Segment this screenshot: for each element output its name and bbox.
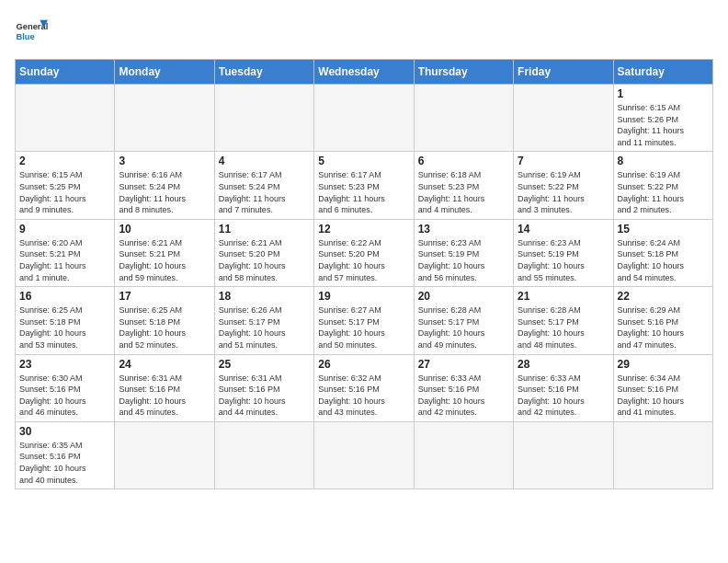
day-info: Sunrise: 6:21 AM Sunset: 5:20 PM Dayligh…	[219, 237, 310, 283]
day-number: 1	[618, 87, 709, 100]
day-number: 18	[219, 290, 310, 303]
calendar-cell	[115, 85, 214, 152]
day-info: Sunrise: 6:25 AM Sunset: 5:18 PM Dayligh…	[19, 304, 110, 350]
page-header: General Blue	[15, 15, 713, 48]
day-info: Sunrise: 6:22 AM Sunset: 5:20 PM Dayligh…	[318, 237, 409, 283]
day-header-wednesday: Wednesday	[314, 60, 414, 85]
calendar-cell: 14Sunrise: 6:23 AM Sunset: 5:19 PM Dayli…	[514, 219, 613, 286]
calendar-week-1: 1Sunrise: 6:15 AM Sunset: 5:26 PM Daylig…	[16, 85, 713, 152]
day-info: Sunrise: 6:28 AM Sunset: 5:17 PM Dayligh…	[518, 304, 609, 350]
day-number: 23	[19, 358, 110, 371]
day-info: Sunrise: 6:27 AM Sunset: 5:17 PM Dayligh…	[318, 304, 409, 350]
day-number: 3	[119, 155, 210, 167]
calendar-cell: 23Sunrise: 6:30 AM Sunset: 5:16 PM Dayli…	[16, 354, 115, 421]
calendar-cell	[514, 421, 613, 488]
calendar-cell: 17Sunrise: 6:25 AM Sunset: 5:18 PM Dayli…	[115, 287, 214, 354]
calendar-cell	[514, 85, 613, 152]
calendar-cell: 26Sunrise: 6:32 AM Sunset: 5:16 PM Dayli…	[314, 354, 414, 421]
calendar-week-5: 23Sunrise: 6:30 AM Sunset: 5:16 PM Dayli…	[16, 354, 713, 421]
calendar-cell: 15Sunrise: 6:24 AM Sunset: 5:18 PM Dayli…	[613, 219, 712, 286]
day-info: Sunrise: 6:23 AM Sunset: 5:19 PM Dayligh…	[418, 237, 509, 283]
calendar-cell	[314, 85, 414, 152]
calendar-cell: 3Sunrise: 6:16 AM Sunset: 5:24 PM Daylig…	[115, 152, 214, 219]
calendar-cell	[214, 85, 313, 152]
calendar-cell: 11Sunrise: 6:21 AM Sunset: 5:20 PM Dayli…	[214, 219, 313, 286]
calendar-cell: 12Sunrise: 6:22 AM Sunset: 5:20 PM Dayli…	[314, 219, 414, 286]
day-info: Sunrise: 6:15 AM Sunset: 5:25 PM Dayligh…	[19, 169, 110, 215]
calendar-cell: 22Sunrise: 6:29 AM Sunset: 5:16 PM Dayli…	[613, 287, 712, 354]
day-info: Sunrise: 6:15 AM Sunset: 5:26 PM Dayligh…	[618, 102, 709, 148]
day-info: Sunrise: 6:33 AM Sunset: 5:16 PM Dayligh…	[418, 373, 509, 419]
day-number: 5	[318, 155, 409, 167]
day-info: Sunrise: 6:19 AM Sunset: 5:22 PM Dayligh…	[618, 169, 709, 215]
day-info: Sunrise: 6:30 AM Sunset: 5:16 PM Dayligh…	[19, 373, 110, 419]
calendar-cell: 24Sunrise: 6:31 AM Sunset: 5:16 PM Dayli…	[115, 354, 214, 421]
calendar-cell: 5Sunrise: 6:17 AM Sunset: 5:23 PM Daylig…	[314, 152, 414, 219]
calendar-week-2: 2Sunrise: 6:15 AM Sunset: 5:25 PM Daylig…	[16, 152, 713, 219]
day-info: Sunrise: 6:21 AM Sunset: 5:21 PM Dayligh…	[119, 237, 210, 283]
calendar-week-3: 9Sunrise: 6:20 AM Sunset: 5:21 PM Daylig…	[16, 219, 713, 286]
calendar-week-4: 16Sunrise: 6:25 AM Sunset: 5:18 PM Dayli…	[16, 287, 713, 354]
day-info: Sunrise: 6:16 AM Sunset: 5:24 PM Dayligh…	[119, 169, 210, 215]
day-header-saturday: Saturday	[613, 60, 712, 85]
calendar-cell	[314, 421, 414, 488]
calendar-cell: 7Sunrise: 6:19 AM Sunset: 5:22 PM Daylig…	[514, 152, 613, 219]
day-number: 13	[418, 223, 509, 236]
day-info: Sunrise: 6:25 AM Sunset: 5:18 PM Dayligh…	[119, 304, 210, 350]
calendar-cell: 18Sunrise: 6:26 AM Sunset: 5:17 PM Dayli…	[214, 287, 313, 354]
day-number: 19	[318, 290, 409, 303]
day-info: Sunrise: 6:29 AM Sunset: 5:16 PM Dayligh…	[618, 304, 709, 350]
calendar-cell: 13Sunrise: 6:23 AM Sunset: 5:19 PM Dayli…	[414, 219, 513, 286]
calendar-cell: 27Sunrise: 6:33 AM Sunset: 5:16 PM Dayli…	[414, 354, 513, 421]
day-number: 25	[219, 358, 310, 371]
calendar-cell: 1Sunrise: 6:15 AM Sunset: 5:26 PM Daylig…	[613, 85, 712, 152]
day-number: 30	[19, 425, 110, 438]
day-info: Sunrise: 6:19 AM Sunset: 5:22 PM Dayligh…	[518, 169, 609, 215]
calendar-cell: 20Sunrise: 6:28 AM Sunset: 5:17 PM Dayli…	[414, 287, 513, 354]
logo: General Blue	[15, 15, 48, 48]
day-number: 10	[119, 223, 210, 236]
svg-text:Blue: Blue	[16, 32, 34, 41]
day-number: 15	[618, 223, 709, 236]
calendar-cell	[115, 421, 214, 488]
calendar-cell: 25Sunrise: 6:31 AM Sunset: 5:16 PM Dayli…	[214, 354, 313, 421]
day-number: 20	[418, 290, 509, 303]
calendar-cell: 19Sunrise: 6:27 AM Sunset: 5:17 PM Dayli…	[314, 287, 414, 354]
calendar-cell: 9Sunrise: 6:20 AM Sunset: 5:21 PM Daylig…	[16, 219, 115, 286]
calendar-cell: 10Sunrise: 6:21 AM Sunset: 5:21 PM Dayli…	[115, 219, 214, 286]
day-info: Sunrise: 6:23 AM Sunset: 5:19 PM Dayligh…	[518, 237, 609, 283]
calendar-header-row: SundayMondayTuesdayWednesdayThursdayFrid…	[16, 60, 713, 85]
calendar-cell: 21Sunrise: 6:28 AM Sunset: 5:17 PM Dayli…	[514, 287, 613, 354]
calendar-cell	[16, 85, 115, 152]
day-number: 17	[119, 290, 210, 303]
day-info: Sunrise: 6:35 AM Sunset: 5:16 PM Dayligh…	[19, 440, 110, 486]
day-number: 22	[618, 290, 709, 303]
day-number: 21	[518, 290, 609, 303]
day-info: Sunrise: 6:34 AM Sunset: 5:16 PM Dayligh…	[618, 373, 709, 419]
calendar-cell: 16Sunrise: 6:25 AM Sunset: 5:18 PM Dayli…	[16, 287, 115, 354]
day-info: Sunrise: 6:31 AM Sunset: 5:16 PM Dayligh…	[219, 373, 310, 419]
calendar-cell: 4Sunrise: 6:17 AM Sunset: 5:24 PM Daylig…	[214, 152, 313, 219]
calendar-cell	[414, 85, 513, 152]
day-info: Sunrise: 6:20 AM Sunset: 5:21 PM Dayligh…	[19, 237, 110, 283]
calendar-table: SundayMondayTuesdayWednesdayThursdayFrid…	[15, 59, 713, 489]
day-number: 16	[19, 290, 110, 303]
day-header-sunday: Sunday	[16, 60, 115, 85]
calendar-cell: 6Sunrise: 6:18 AM Sunset: 5:23 PM Daylig…	[414, 152, 513, 219]
day-info: Sunrise: 6:17 AM Sunset: 5:24 PM Dayligh…	[219, 169, 310, 215]
day-number: 12	[318, 223, 409, 236]
calendar-cell: 28Sunrise: 6:33 AM Sunset: 5:16 PM Dayli…	[514, 354, 613, 421]
day-info: Sunrise: 6:18 AM Sunset: 5:23 PM Dayligh…	[418, 169, 509, 215]
day-number: 27	[418, 358, 509, 371]
generalblue-logo-icon: General Blue	[15, 15, 48, 48]
day-info: Sunrise: 6:26 AM Sunset: 5:17 PM Dayligh…	[219, 304, 310, 350]
day-number: 7	[518, 155, 609, 167]
day-info: Sunrise: 6:33 AM Sunset: 5:16 PM Dayligh…	[518, 373, 609, 419]
day-number: 26	[318, 358, 409, 371]
day-info: Sunrise: 6:17 AM Sunset: 5:23 PM Dayligh…	[318, 169, 409, 215]
day-number: 28	[518, 358, 609, 371]
day-info: Sunrise: 6:32 AM Sunset: 5:16 PM Dayligh…	[318, 373, 409, 419]
calendar-cell: 29Sunrise: 6:34 AM Sunset: 5:16 PM Dayli…	[613, 354, 712, 421]
calendar-week-6: 30Sunrise: 6:35 AM Sunset: 5:16 PM Dayli…	[16, 421, 713, 488]
day-header-tuesday: Tuesday	[214, 60, 313, 85]
